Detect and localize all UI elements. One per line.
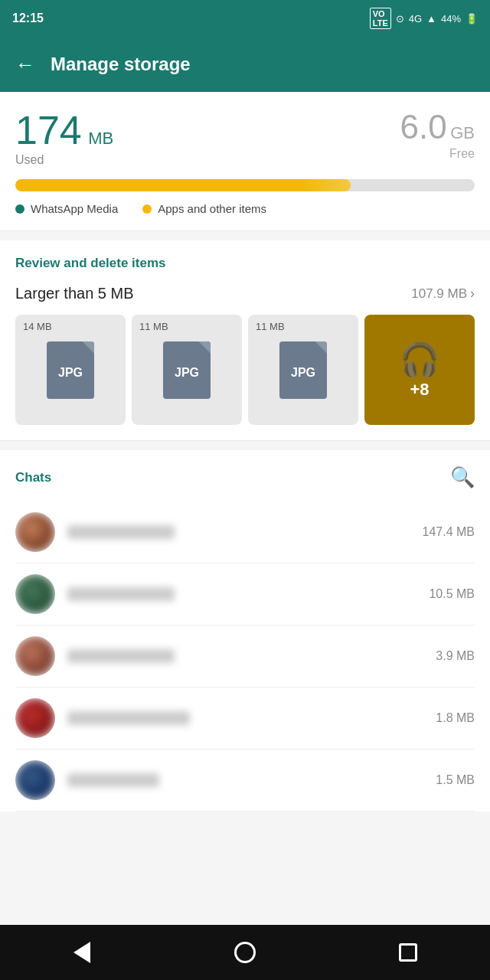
category-size: 107.9 MB › [411,286,475,302]
nav-home-icon [234,942,256,963]
avatar-image-5 [15,760,55,800]
chat-avatar-2 [15,574,55,614]
storage-legend: WhatsApp Media Apps and other items [15,202,475,215]
divider-2 [0,440,490,441]
file-icon-3: JPG [279,341,327,399]
nav-back-button[interactable] [64,934,100,971]
divider-1 [0,230,490,231]
status-icons: VOLTE ⊙ 4G ▲ 44% 🔋 [370,8,478,29]
more-icon-wrap: 🎧 +8 [400,341,439,400]
used-number: 174 [15,108,82,152]
chat-list-item-5[interactable]: 1.5 MB [15,750,475,812]
chat-avatar-4 [15,698,55,738]
legend-apps-label: Apps and other items [158,202,266,215]
file-page-1: JPG [47,341,94,399]
chat-list-item-4[interactable]: 1.8 MB [15,688,475,750]
used-unit: MB [88,129,113,148]
chat-name-blur-3 [67,649,175,663]
chat-avatar-3 [15,636,55,676]
file-corner-3 [315,341,327,354]
app-bar: ← Manage storage [0,37,490,92]
review-section: Review and delete items Larger than 5 MB… [0,240,490,440]
file-thumb-2[interactable]: 11 MB JPG [132,315,242,425]
chat-name-blur-4 [67,711,190,725]
chat-list-item-3[interactable]: 3.9 MB [15,626,475,688]
free-number: 6.0 [400,108,447,145]
chat-avatar-5 [15,760,55,800]
nav-home-button[interactable] [227,934,263,971]
file-page-2: JPG [163,341,211,399]
file-type-2: JPG [175,366,199,380]
free-label: Free [400,147,475,161]
chat-avatar-1 [15,512,55,552]
signal-icon: 4G [409,13,422,24]
file-icon-1: JPG [47,341,94,399]
legend-dot-yellow [142,204,152,214]
battery-icon: 🔋 [466,13,478,24]
chats-search-button[interactable]: 🔍 [450,466,475,489]
category-row[interactable]: Larger than 5 MB 107.9 MB › [15,285,475,302]
storage-progress-bar [15,179,475,191]
legend-dot-green [15,204,24,214]
chats-section: Chats 🔍 147.4 MB 10.5 MB [0,450,490,812]
battery-text: 44% [441,13,461,24]
category-label: Larger than 5 MB [15,285,134,302]
wifi-icon: ⊙ [396,13,404,24]
storage-section: 174 MB Used 6.0 GB Free WhatsApp Media [0,92,490,230]
storage-numbers: 174 MB Used 6.0 GB Free [15,110,475,167]
nav-recents-icon [399,943,417,962]
nav-bar [0,925,490,980]
legend-whatsapp-label: WhatsApp Media [31,202,118,215]
status-bar: 12:15 VOLTE ⊙ 4G ▲ 44% 🔋 [0,0,490,37]
file-size-2: 11 MB [139,321,168,332]
chat-size-4: 1.8 MB [436,711,475,725]
back-button[interactable]: ← [15,53,35,77]
chat-size-2: 10.5 MB [429,587,475,601]
used-block: 174 MB Used [15,110,113,167]
file-thumb-1[interactable]: 14 MB JPG [15,315,126,425]
chat-size-1: 147.4 MB [423,525,475,539]
chevron-right-icon: › [470,286,475,302]
file-icon-2: JPG [163,341,211,399]
nav-recents-button[interactable] [390,934,426,971]
used-label: Used [15,153,113,167]
chats-title: Chats [15,470,51,485]
more-count: +8 [410,380,429,400]
used-display: 174 MB [15,110,113,150]
file-corner-2 [198,341,211,354]
chat-name-blur-1 [67,525,175,539]
file-page-3: JPG [279,341,327,399]
legend-apps: Apps and other items [142,202,266,215]
file-corner-1 [82,341,94,354]
nav-back-icon [74,942,90,963]
legend-whatsapp: WhatsApp Media [15,202,118,215]
signal-bars: ▲ [426,13,436,24]
vo-lte-icon: VOLTE [370,8,391,29]
review-title: Review and delete items [15,256,475,271]
avatar-image-3 [15,636,55,676]
thumbnails-row: 14 MB JPG 11 MB JPG [15,315,475,440]
chat-name-4 [67,711,423,725]
file-size-1: 14 MB [23,321,52,332]
page-title: Manage storage [51,54,191,75]
chat-list-item-2[interactable]: 10.5 MB [15,564,475,626]
chat-name-5 [67,773,423,787]
chat-list-item-1[interactable]: 147.4 MB [15,501,475,564]
free-block: 6.0 GB Free [400,110,475,161]
headphone-icon: 🎧 [400,341,439,378]
chat-name-2 [67,587,416,601]
avatar-image-2 [15,574,55,614]
file-more-thumb[interactable]: 🎧 +8 [364,315,475,425]
avatar-image-1 [15,512,55,552]
free-unit: GB [450,123,475,142]
status-time: 12:15 [12,11,44,25]
chat-name-blur-2 [67,587,175,601]
avatar-image-4 [15,698,55,738]
chat-name-1 [67,525,410,539]
free-display: 6.0 GB [400,110,475,144]
chat-size-3: 3.9 MB [436,649,475,663]
file-thumb-3[interactable]: 11 MB JPG [248,315,358,425]
file-type-3: JPG [291,366,315,380]
file-size-3: 11 MB [256,321,285,332]
file-type-1: JPG [58,366,83,380]
